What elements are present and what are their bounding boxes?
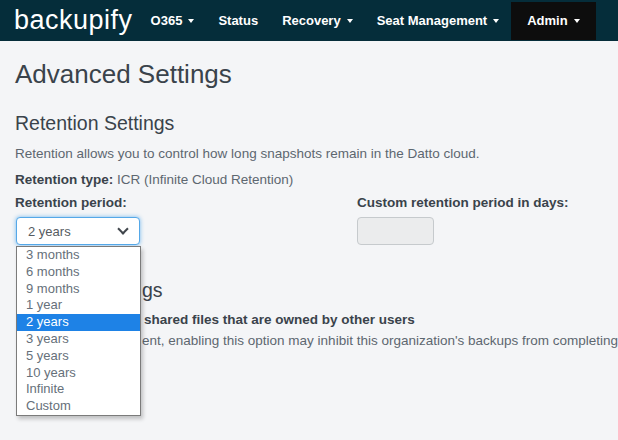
nav-item-label: Admin bbox=[527, 13, 567, 28]
caret-down-icon bbox=[574, 19, 580, 23]
page-title: Advanced Settings bbox=[15, 59, 232, 90]
caret-down-icon bbox=[347, 19, 353, 23]
retention-settings-heading: Retention Settings bbox=[15, 112, 174, 135]
retention-type-value: ICR (Infinite Cloud Retention) bbox=[117, 172, 293, 187]
retention-period-dropdown: 3 months 6 months 9 months 1 year 2 year… bbox=[16, 246, 141, 416]
retention-description: Retention allows you to control how long… bbox=[15, 146, 480, 161]
dropdown-option-infinite[interactable]: Infinite bbox=[17, 381, 140, 398]
dropdown-option-3-years[interactable]: 3 years bbox=[17, 331, 140, 348]
caret-down-icon bbox=[493, 19, 499, 23]
nav-item-admin[interactable]: Admin bbox=[511, 2, 595, 40]
dropdown-option-1-year[interactable]: 1 year bbox=[17, 297, 140, 314]
occluded-checkbox-label-fragment: shared files that are owned by other use… bbox=[144, 312, 415, 327]
nav-item-recovery[interactable]: Recovery bbox=[270, 0, 365, 41]
nav-item-status[interactable]: Status bbox=[206, 0, 270, 41]
occluded-section-heading-fragment: gs bbox=[142, 279, 163, 302]
nav-item-o365[interactable]: O365 bbox=[139, 0, 207, 41]
retention-type-label: Retention type: bbox=[15, 172, 113, 187]
custom-retention-days-input[interactable] bbox=[357, 217, 434, 245]
backupify-logo[interactable]: backupify bbox=[14, 0, 133, 41]
nav-item-seat-management[interactable]: Seat Management bbox=[365, 0, 512, 41]
main-nav: O365 Status Recovery Seat Management Adm… bbox=[139, 0, 596, 41]
nav-item-label: Recovery bbox=[282, 13, 341, 28]
retention-period-select[interactable]: 2 years bbox=[16, 217, 140, 245]
nav-item-label: Seat Management bbox=[377, 13, 488, 28]
occluded-warning-text-fragment: ent, enabling this option may inhibit th… bbox=[142, 333, 618, 348]
dropdown-option-10-years[interactable]: 10 years bbox=[17, 365, 140, 382]
dropdown-option-5-years[interactable]: 5 years bbox=[17, 348, 140, 365]
dropdown-option-9-months[interactable]: 9 months bbox=[17, 281, 140, 298]
retention-period-label: Retention period: bbox=[15, 195, 127, 210]
retention-period-selected-value: 2 years bbox=[17, 224, 119, 239]
caret-down-icon bbox=[188, 19, 194, 23]
retention-type-line: Retention type: ICR (Infinite Cloud Rete… bbox=[15, 172, 293, 187]
top-nav-bar: backupify O365 Status Recovery Seat Mana… bbox=[0, 0, 618, 41]
dropdown-option-2-years[interactable]: 2 years bbox=[17, 314, 140, 331]
nav-item-label: O365 bbox=[151, 13, 183, 28]
dropdown-option-6-months[interactable]: 6 months bbox=[17, 264, 140, 281]
dropdown-option-3-months[interactable]: 3 months bbox=[17, 247, 140, 264]
nav-item-label: Status bbox=[218, 13, 258, 28]
dropdown-option-custom[interactable]: Custom bbox=[17, 398, 140, 415]
chevron-down-icon bbox=[117, 223, 128, 234]
custom-retention-label: Custom retention period in days: bbox=[357, 195, 569, 210]
